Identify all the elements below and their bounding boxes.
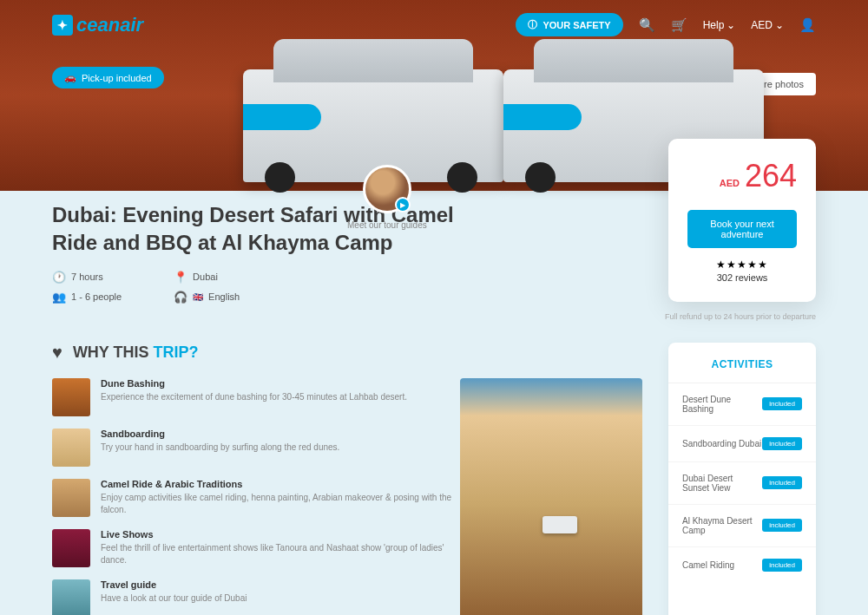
book-button[interactable]: Book your next adventure xyxy=(687,210,797,248)
heart-icon: ♥ xyxy=(52,343,62,363)
item-thumb xyxy=(52,429,90,467)
item-desc: Feel the thrill of live entertainment sh… xyxy=(101,542,460,566)
included-badge: included xyxy=(762,519,802,532)
help-link[interactable]: Help ⌄ xyxy=(703,19,736,31)
activities-heading: ACTIVITIES xyxy=(668,358,816,383)
included-badge: included xyxy=(762,559,802,572)
group-value: 1 - 6 people xyxy=(71,291,122,302)
item-title: Travel guide xyxy=(101,579,247,590)
pickup-badge: 🚗 Pick-up included xyxy=(52,67,164,88)
play-icon: ▶ xyxy=(395,197,411,213)
search-icon[interactable]: 🔍 xyxy=(639,17,655,33)
item-thumb xyxy=(52,579,90,615)
activities-card: ACTIVITIES Desert Dune Bashing included … xyxy=(668,343,816,615)
location-value: Dubai xyxy=(193,272,218,282)
safety-label: YOUR SAFETY xyxy=(542,20,610,30)
activity-name: Al Khayma Desert Camp xyxy=(682,516,762,535)
activity-name: Desert Dune Bashing xyxy=(682,395,762,414)
car-icon: 🚗 xyxy=(64,72,76,83)
activity-item[interactable]: Camel Riding included xyxy=(668,547,816,583)
info-icon: ⓘ xyxy=(528,18,537,31)
chevron-down-icon: ⌄ xyxy=(775,19,784,31)
why-item: Travel guide Have a look at our tour gui… xyxy=(52,579,460,615)
meta-row: 🕐 7 hours 👥 1 - 6 people 📍 Dubai 🎧 🇬🇧 En… xyxy=(52,271,486,304)
duration-meta: 🕐 7 hours xyxy=(52,271,122,284)
clock-icon: 🕐 xyxy=(52,271,66,284)
review-count[interactable]: 302 reviews xyxy=(687,272,797,283)
logo[interactable]: ✦ ceanair xyxy=(52,14,143,36)
user-icon[interactable]: 👤 xyxy=(799,17,816,33)
item-thumb xyxy=(52,529,90,567)
feature-image: ↓ xyxy=(460,378,642,615)
section-heading: ♥ WHY THIS TRIP? xyxy=(52,343,642,363)
top-nav: ✦ ceanair ⓘ YOUR SAFETY 🔍 🛒 Help ⌄ AED ⌄… xyxy=(52,13,816,36)
duration-value: 7 hours xyxy=(71,272,103,282)
included-badge: included xyxy=(762,476,802,489)
item-title: Sandboarding xyxy=(101,429,339,439)
help-label: Help xyxy=(703,19,725,31)
activity-item[interactable]: Sandboarding Dubai included xyxy=(668,426,816,462)
language-meta: 🎧 🇬🇧 English xyxy=(174,291,240,304)
currency-label: AED xyxy=(751,19,773,31)
activity-item[interactable]: Desert Dune Bashing included xyxy=(668,383,816,426)
location-meta: 📍 Dubai xyxy=(174,271,240,284)
item-title: Dune Bashing xyxy=(101,378,407,389)
price-currency: AED xyxy=(720,178,740,188)
cart-icon[interactable]: 🛒 xyxy=(671,17,687,33)
group-meta: 👥 1 - 6 people xyxy=(52,291,122,304)
your-safety-button[interactable]: ⓘ YOUR SAFETY xyxy=(516,13,622,36)
guide-caption: Meet our tour guides xyxy=(347,220,427,230)
tour-guide-badge[interactable]: ▶ Meet our tour guides xyxy=(347,165,427,230)
why-item: Dune Bashing Experience the excitement o… xyxy=(52,378,460,416)
heading-part2: TRIP? xyxy=(154,343,199,361)
item-desc: Have a look at our tour guide of Dubai xyxy=(101,592,247,605)
why-list: Dune Bashing Experience the excitement o… xyxy=(52,378,460,615)
audio-icon: 🎧 xyxy=(174,291,187,304)
logo-text: ceanair xyxy=(76,14,143,36)
item-thumb xyxy=(52,479,90,517)
pin-icon: 📍 xyxy=(174,271,187,284)
price-amount: 264 xyxy=(745,158,797,194)
why-item: Live Shows Feel the thrill of live enter… xyxy=(52,529,460,567)
language-value: English xyxy=(208,291,240,302)
item-thumb xyxy=(52,378,90,416)
people-icon: 👥 xyxy=(52,291,66,304)
item-title: Live Shows xyxy=(101,529,460,540)
currency-selector[interactable]: AED ⌄ xyxy=(751,19,784,31)
why-item: Camel Ride & Arabic Traditions Enjoy cam… xyxy=(52,479,460,517)
item-title: Camel Ride & Arabic Traditions xyxy=(101,479,460,489)
chevron-down-icon: ⌄ xyxy=(727,19,735,31)
pickup-label: Pick-up included xyxy=(82,73,152,83)
rating-stars: ★★★★★ xyxy=(687,258,797,271)
price-card: AED 264 Book your next adventure ★★★★★ 3… xyxy=(668,139,816,302)
activity-item[interactable]: Al Khayma Desert Camp included xyxy=(668,505,816,547)
item-desc: Try your hand in sandboarding by surfing… xyxy=(101,442,339,454)
activity-name: Camel Riding xyxy=(682,560,734,570)
activity-name: Sandboarding Dubai xyxy=(682,439,761,448)
activity-name: Dubai Desert Sunset View xyxy=(682,474,762,493)
refund-text: Full refund up to 24 hours prior to depa… xyxy=(665,312,816,321)
guide-avatar: ▶ xyxy=(363,165,411,213)
included-badge: included xyxy=(762,397,802,410)
why-item: Sandboarding Try your hand in sandboardi… xyxy=(52,429,460,467)
included-badge: included xyxy=(762,437,802,450)
item-desc: Experience the excitement of dune bashin… xyxy=(101,391,407,403)
nav-right: ⓘ YOUR SAFETY 🔍 🛒 Help ⌄ AED ⌄ 👤 xyxy=(516,13,816,36)
heading-part1: WHY THIS xyxy=(73,343,149,361)
logo-icon: ✦ xyxy=(52,15,73,36)
item-desc: Enjoy camp activities like camel riding,… xyxy=(101,492,460,516)
activity-item[interactable]: Dubai Desert Sunset View included xyxy=(668,462,816,505)
